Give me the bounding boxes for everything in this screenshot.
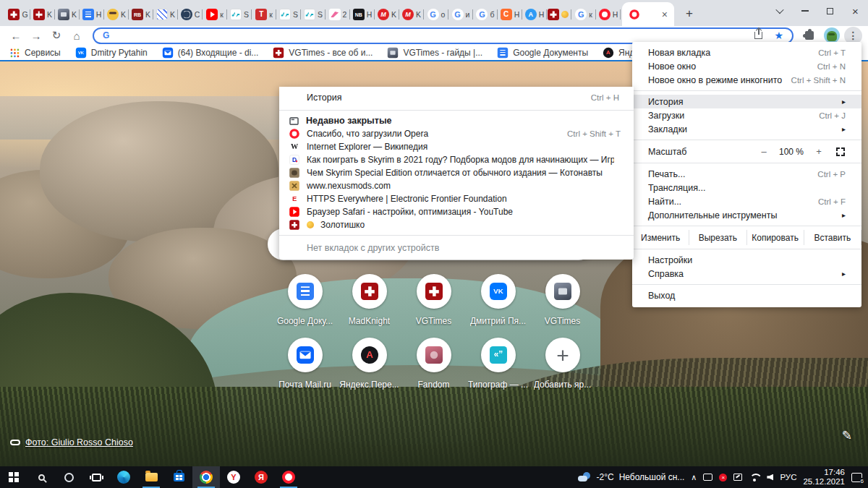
tab[interactable]: C — [178, 3, 203, 26]
yandex-button[interactable]: Я — [247, 466, 275, 488]
menu-item[interactable]: Новое окно в режиме инкогнито Ctrl + Shi… — [632, 73, 861, 87]
menu-item[interactable]: Печать... Ctrl + P — [632, 167, 861, 181]
tab[interactable]: S — [227, 3, 252, 26]
tab[interactable] — [547, 3, 571, 26]
edit-action[interactable]: Вырезать — [689, 230, 746, 245]
history-item[interactable]: Чем Skyrim Special Edition отличается от… — [279, 166, 634, 179]
reload-button[interactable]: ↻ — [46, 27, 67, 44]
minimize-button[interactable] — [792, 0, 817, 22]
tab[interactable]: S — [301, 3, 326, 26]
history-item[interactable]: Internet Explorer — Википедия — [279, 140, 634, 153]
menu-item[interactable]: Справка ▸ — [632, 267, 861, 281]
tab[interactable]: H — [350, 3, 375, 26]
shortcut-item[interactable]: VGTimes — [530, 270, 595, 333]
bookmark-item[interactable]: Google Документы — [497, 47, 588, 59]
tab[interactable]: к — [203, 3, 227, 26]
pen-tray-icon[interactable] — [733, 474, 742, 481]
new-tab-button[interactable]: + — [680, 4, 699, 23]
shortcut-item[interactable]: Google Доку... — [273, 270, 337, 333]
volume-icon[interactable] — [767, 474, 773, 481]
menu-item-exit[interactable]: Выход — [632, 288, 861, 302]
menu-item[interactable]: Дополнительные инструменты ▸ — [632, 208, 861, 222]
edit-action[interactable]: Изменить — [632, 230, 689, 245]
yandex-browser-button[interactable]: Y — [220, 466, 247, 488]
history-item[interactable]: Спасибо, что загрузили Opera Ctrl + Shif… — [279, 127, 634, 140]
bookmark-item[interactable]: Dmitry Pytahin — [75, 47, 148, 59]
shortcut-item[interactable]: Яндекс.Пере... — [337, 333, 401, 397]
edit-action[interactable]: Копировать — [747, 230, 804, 245]
edge-button[interactable] — [110, 466, 137, 488]
task-view-button[interactable] — [82, 466, 110, 488]
menu-item[interactable]: Настройки — [632, 253, 861, 267]
history-item[interactable]: Как поиграть в Skyrim в 2021 году? Подбо… — [279, 153, 634, 166]
back-button[interactable]: ← — [6, 27, 26, 44]
bookmark-item[interactable]: VGTimes - все об и... — [273, 47, 373, 59]
tab[interactable]: 2 — [326, 3, 350, 26]
tab[interactable]: S — [276, 3, 301, 26]
tab[interactable]: к — [252, 3, 276, 26]
tab-close-icon[interactable]: × — [662, 9, 668, 20]
tab[interactable]: G — [6, 3, 30, 26]
shortcut-item[interactable]: Дмитрий Пя... — [466, 270, 530, 333]
clock[interactable]: 17:46 25.12.2021 — [803, 468, 845, 487]
shortcut-item[interactable]: Типограф — ... — [466, 333, 530, 397]
tab[interactable]: б — [473, 3, 498, 26]
history-header-item[interactable]: История Ctrl + H — [279, 89, 634, 106]
opera-button[interactable] — [275, 466, 302, 488]
extensions-icon[interactable] — [805, 31, 814, 40]
bookmark-item[interactable]: (64) Входящие - di... — [162, 47, 259, 59]
history-item[interactable]: HTTPS Everywhere | Electronic Frontier F… — [279, 192, 634, 205]
tab[interactable]: K — [30, 3, 55, 26]
shortcut-item[interactable]: Fandom — [401, 333, 466, 397]
history-item[interactable]: Золотишко — [279, 218, 634, 231]
maximize-button[interactable] — [817, 0, 843, 22]
start-button[interactable] — [0, 466, 27, 488]
shortcut-item[interactable]: MadKnight — [337, 270, 401, 333]
bookmark-star-icon[interactable]: ★ — [774, 30, 783, 40]
notification-center-icon[interactable]: 6 — [851, 473, 862, 482]
tab[interactable]: H — [596, 3, 621, 26]
store-button[interactable] — [165, 466, 192, 488]
tab[interactable]: K — [399, 3, 424, 26]
taskbar-search-button[interactable] — [27, 466, 55, 488]
menu-item[interactable]: Новое окно Ctrl + N — [632, 59, 861, 73]
history-item[interactable]: www.nexusmods.com — [279, 179, 634, 192]
history-item[interactable]: Браузер Safari - настройки, оптимизация … — [279, 205, 634, 218]
hidden-icons-chevron[interactable]: ∧ — [691, 473, 697, 482]
cortana-button[interactable] — [55, 466, 82, 488]
active-tab[interactable]: × — [622, 2, 674, 26]
bookmark-item[interactable]: VGTimes - гайды |... — [387, 47, 482, 59]
tab[interactable]: K — [153, 3, 178, 26]
tab[interactable]: o — [424, 3, 448, 26]
tab[interactable]: H — [522, 3, 547, 26]
fullscreen-button[interactable] — [830, 147, 851, 156]
close-button[interactable]: × — [843, 0, 868, 22]
tab-search-button[interactable] — [767, 0, 792, 22]
wifi-icon[interactable] — [749, 474, 760, 481]
tab[interactable]: K — [129, 3, 153, 26]
shortcut-item[interactable]: Почта Mail.ru — [273, 333, 337, 397]
bookmark-item[interactable]: Сервисы — [9, 47, 61, 59]
tab[interactable]: к — [571, 3, 596, 26]
tab[interactable]: K — [104, 3, 129, 26]
menu-item[interactable]: Найти... Ctrl + F — [632, 194, 861, 208]
tab[interactable]: и — [448, 3, 473, 26]
shortcut-item[interactable]: Добавить яр... — [530, 333, 595, 397]
share-icon[interactable] — [754, 32, 762, 39]
tab[interactable]: K — [55, 3, 80, 26]
zoom-out-button[interactable]: – — [753, 146, 775, 157]
profile-avatar[interactable] — [824, 27, 840, 43]
file-explorer-button[interactable] — [137, 466, 165, 488]
forward-button[interactable]: → — [26, 27, 46, 44]
zoom-in-button[interactable]: + — [808, 146, 830, 157]
home-button[interactable]: ⌂ — [67, 27, 87, 44]
tab[interactable]: H — [498, 3, 522, 26]
photo-credit-link[interactable]: Фото: Giulio Rosso Chioso — [10, 437, 133, 448]
tab[interactable]: H — [80, 3, 104, 26]
weather-widget[interactable]: -2°C Небольшой сн... — [578, 472, 684, 482]
chrome-button[interactable] — [192, 466, 220, 488]
language-indicator[interactable]: РУС — [780, 473, 796, 481]
edit-action[interactable]: Вставить — [804, 230, 861, 245]
menu-item[interactable]: История ▸ — [632, 95, 861, 108]
shortcut-item[interactable]: VGTimes — [401, 270, 466, 333]
